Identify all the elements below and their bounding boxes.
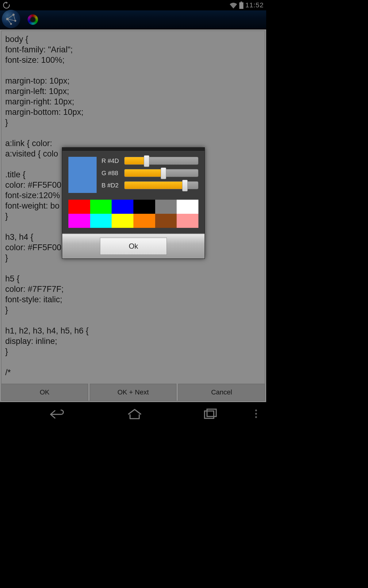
swatch-gray[interactable] xyxy=(155,200,177,214)
swatch-yellow[interactable] xyxy=(112,214,133,228)
blue-slider[interactable] xyxy=(124,181,198,189)
dialog-ok-button[interactable]: Ok xyxy=(100,238,167,255)
color-swatch-grid xyxy=(68,200,198,228)
blue-slider-label: B #D2 xyxy=(102,182,121,189)
swatch-cyan[interactable] xyxy=(90,214,112,228)
dialog-title-bar xyxy=(62,148,205,151)
swatch-orange[interactable] xyxy=(133,214,155,228)
red-slider-label: R #4D xyxy=(102,157,121,164)
swatch-pink[interactable] xyxy=(177,214,198,228)
dialog-footer: Ok xyxy=(62,233,205,258)
color-preview xyxy=(68,157,97,193)
swatch-green[interactable] xyxy=(90,200,112,214)
swatch-blue[interactable] xyxy=(112,200,133,214)
green-slider[interactable] xyxy=(124,169,198,177)
swatch-black[interactable] xyxy=(133,200,155,214)
color-picker-dialog: R #4D G #88 B #D2 xyxy=(62,147,205,259)
swatch-brown[interactable] xyxy=(155,214,177,228)
blue-slider-thumb[interactable] xyxy=(182,180,188,191)
swatch-red[interactable] xyxy=(68,200,90,214)
dialog-ok-label: Ok xyxy=(129,242,138,251)
swatch-white[interactable] xyxy=(177,200,198,214)
swatch-magenta[interactable] xyxy=(68,214,90,228)
red-slider-thumb[interactable] xyxy=(144,155,149,167)
green-slider-label: G #88 xyxy=(102,170,121,177)
green-slider-thumb[interactable] xyxy=(161,168,166,179)
red-slider[interactable] xyxy=(124,157,198,165)
